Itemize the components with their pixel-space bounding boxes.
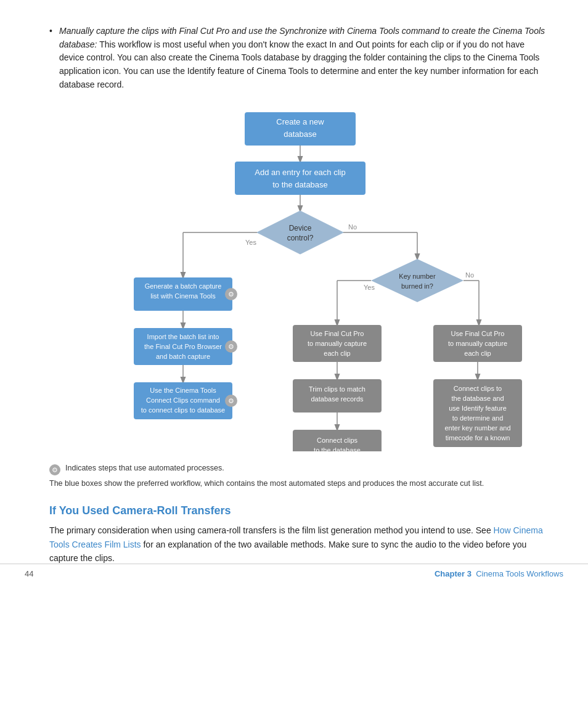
svg-text:use Identify feature: use Identify feature [449,404,507,412]
legend: ⚙ Indicates steps that use automated pro… [49,464,551,475]
svg-text:Connect clips to: Connect clips to [454,385,502,392]
svg-text:control?: control? [287,234,314,242]
svg-text:No: No [465,271,474,279]
section-body: The primary consideration when using cam… [49,523,551,565]
svg-text:the Final Cut Pro Browser: the Final Cut Pro Browser [144,343,222,350]
svg-text:to manually capture: to manually capture [308,340,367,347]
svg-text:to connect clips to database: to connect clips to database [141,406,225,414]
svg-text:Connect Clips command: Connect Clips command [146,396,220,404]
svg-text:⚙: ⚙ [228,290,234,298]
bullet-section: Manually capture the clips with Final Cu… [49,25,551,91]
svg-text:to manually capture: to manually capture [448,340,507,347]
footer: 44 Chapter 3 Cinema Tools Workflows [0,564,588,578]
page-number: 44 [25,569,33,578]
svg-text:Use Final Cut Pro: Use Final Cut Pro [311,330,364,337]
legend-text2: The blue boxes show the preferred workfl… [49,478,551,490]
svg-text:database records: database records [311,395,364,403]
svg-text:⚙: ⚙ [228,397,234,404]
svg-text:Generate a batch capture: Generate a batch capture [145,282,222,290]
chapter-title: Cinema Tools Workflows [476,569,563,578]
svg-text:Device: Device [289,224,312,232]
svg-text:Create a new: Create a new [276,117,324,126]
section-body-start: The primary consideration when using cam… [49,525,494,535]
bullet-paragraph: Manually capture the clips with Final Cu… [49,25,551,91]
svg-text:list with Cinema Tools: list with Cinema Tools [150,292,216,300]
svg-text:to the database: to the database [314,446,361,451]
flowchart-container: Create a new database Add an entry for e… [49,106,551,451]
svg-text:No: No [348,223,357,231]
page: Manually capture the clips with Final Cu… [0,0,588,589]
node-device-control [257,211,343,254]
svg-text:database: database [284,129,317,139]
svg-text:Key number: Key number [399,273,436,280]
svg-text:the database and: the database and [451,395,504,402]
svg-text:Add an entry for each clip: Add an entry for each clip [255,168,345,177]
footer-chapter: Chapter 3 Cinema Tools Workflows [435,569,563,578]
svg-text:Connect clips: Connect clips [317,437,358,444]
node-add-entry [235,162,365,195]
svg-text:Import the batch list into: Import the batch list into [147,333,219,340]
svg-text:to determine and: to determine and [452,414,504,422]
section-heading: If You Used Camera-Roll Transfers [49,504,551,517]
svg-text:each clip: each clip [324,350,350,357]
svg-text:enter key number and: enter key number and [444,424,510,432]
bullet-text: This workflow is most useful when you do… [59,39,539,89]
svg-text:Yes: Yes [245,239,256,246]
svg-text:and batch capture: and batch capture [156,353,210,360]
svg-text:Use the Cinema Tools: Use the Cinema Tools [150,387,216,394]
svg-text:Trim clips to match: Trim clips to match [309,385,365,393]
svg-text:burned in?: burned in? [401,282,433,290]
flowchart-svg: Create a new database Add an entry for e… [72,106,528,451]
svg-text:Use Final Cut Pro: Use Final Cut Pro [451,330,505,337]
svg-text:⚙: ⚙ [52,466,58,474]
svg-text:timecode for a known: timecode for a known [446,434,510,441]
legend-text1: Indicates steps that use automated proce… [65,464,224,472]
svg-text:each clip: each clip [464,350,491,357]
chapter-label: Chapter 3 [435,569,472,578]
svg-text:Yes: Yes [364,284,375,291]
node-key-number [371,259,463,302]
svg-text:⚙: ⚙ [228,343,234,350]
svg-text:to the database: to the database [272,180,328,189]
legend-gear-icon: ⚙ [49,464,60,475]
